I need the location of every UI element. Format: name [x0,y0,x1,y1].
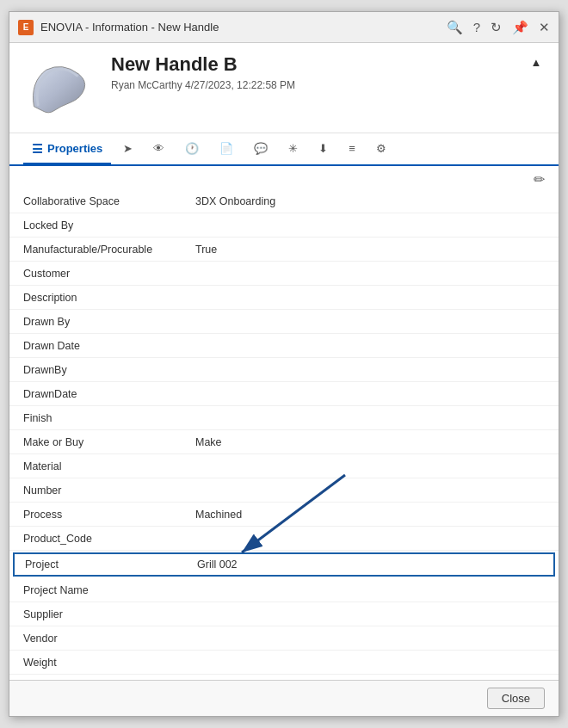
prop-label-make-or-buy: Make or Buy [23,436,195,448]
prop-value-collaborative-space: 3DX Onboarding [195,195,545,207]
prop-row-drawn-date: Drawn Date [9,334,559,358]
prop-label-drawndate: DrawnDate [23,388,195,400]
edit-icon[interactable]: ✏ [534,171,545,188]
prop-label-number: Number [23,484,195,497]
tab-list[interactable]: ≡ [340,135,364,164]
tab-properties[interactable]: ☰ Properties [23,135,111,165]
title-bar-actions: 🔍 ? ↻ 📌 ✕ [447,20,550,35]
properties-container[interactable]: Collaborative Space 3DX Onboarding Locke… [9,189,559,680]
prop-row-locked-by: Locked By [9,213,559,238]
prop-row-vendor: Vendor [9,626,559,651]
prop-label-weight: Weight [23,657,195,669]
prop-label-drawn-date: Drawn Date [23,340,195,352]
prop-row-material: Material [9,454,559,478]
prop-row-manufacturable: Manufacturable/Procurable True [9,238,559,262]
close-button[interactable]: Close [487,688,545,709]
prop-label-customer: Customer [23,268,195,280]
window-title: ENOVIA - Information - New Handle [40,21,219,34]
project-row-wrapper: Project Grill 002 [9,552,559,577]
tab-properties-label: Properties [47,142,102,155]
prop-row-drawn-by: Drawn By [9,310,559,334]
prop-row-make-or-buy: Make or Buy Make [9,430,559,454]
prop-row-finish: Finish [9,406,559,430]
prop-label-locked-by: Locked By [23,219,195,231]
collapse-arrow[interactable]: ▲ [528,53,545,71]
prop-label-project-name: Project Name [23,584,195,596]
tab-share[interactable]: ➤ [114,135,141,164]
prop-label-supplier: Supplier [23,608,195,620]
prop-value-process: Machined [195,509,545,521]
app-icon: E [18,20,34,35]
tab-documents[interactable]: 📄 [211,135,242,164]
part-thumbnail [23,53,101,122]
header-section: New Handle B Ryan McCarthy 4/27/2023, 12… [9,43,559,133]
prop-label-drawnby: DrawnBy [23,364,195,376]
prop-row-weight: Weight [9,651,559,675]
part-thumbnail-svg [26,56,99,120]
prop-label-project: Project [25,558,197,571]
tab-relations[interactable]: ✳ [280,135,306,164]
prop-value-manufacturable: True [195,244,545,256]
prop-label-drawn-by: Drawn By [23,316,195,328]
tab-settings[interactable]: ⚙ [367,135,395,164]
prop-value-make-or-buy: Make [195,436,545,448]
pin-icon[interactable]: 📌 [512,20,528,35]
close-icon[interactable]: ✕ [539,20,550,35]
part-meta: Ryan McCarthy 4/27/2023, 12:22:58 PM [111,79,517,91]
content-area: Collaborative Space 3DX Onboarding Locke… [9,189,559,680]
prop-label-finish: Finish [23,412,195,424]
tab-visibility[interactable]: 👁 [145,135,173,164]
prop-row-description: Description [9,286,559,310]
toolbar-row: ✏ [9,166,559,189]
refresh-icon[interactable]: ↻ [491,20,502,35]
part-title: New Handle B [111,53,517,76]
prop-label-collaborative-space: Collaborative Space [23,195,195,207]
prop-row-project-name: Project Name [9,578,559,602]
prop-row-drawndate: DrawnDate [9,382,559,406]
prop-row-number: Number [9,478,559,503]
tab-export[interactable]: ⬇ [310,135,336,164]
tab-history[interactable]: 🕐 [176,135,207,164]
prop-value-project: Grill 002 [197,558,543,571]
prop-row-drawnby: DrawnBy [9,358,559,382]
help-icon[interactable]: ? [473,20,480,34]
prop-row-process: Process Machined [9,503,559,527]
footer: Close [9,680,559,716]
prop-row-customer: Customer [9,262,559,286]
tabs-bar: ☰ Properties ➤ 👁 🕐 📄 💬 ✳ ⬇ ≡ ⚙ [9,133,559,166]
prop-label-product-code: Product_Code [23,533,195,545]
prop-row-supplier: Supplier [9,602,559,626]
title-bar-left: E ENOVIA - Information - New Handle [18,20,219,35]
prop-label-vendor: Vendor [23,632,195,645]
prop-label-process: Process [23,509,195,521]
prop-row-project: Project Grill 002 [13,552,555,577]
properties-tab-icon: ☰ [32,142,43,156]
tab-comments[interactable]: 💬 [245,135,276,164]
prop-row-collaborative-space: Collaborative Space 3DX Onboarding [9,189,559,213]
prop-label-description: Description [23,292,195,304]
prop-label-manufacturable: Manufacturable/Procurable [23,244,195,256]
title-bar: E ENOVIA - Information - New Handle 🔍 ? … [9,12,559,43]
main-window: E ENOVIA - Information - New Handle 🔍 ? … [9,11,559,717]
search-icon[interactable]: 🔍 [447,20,463,35]
prop-row-product-code: Product_Code [9,527,559,551]
app-icon-label: E [23,22,29,32]
prop-label-material: Material [23,460,195,472]
header-info: New Handle B Ryan McCarthy 4/27/2023, 12… [111,53,517,91]
